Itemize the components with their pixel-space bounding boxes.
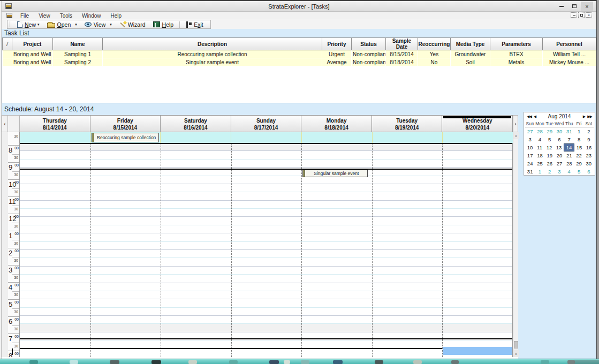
calendar-day[interactable]: 3	[555, 168, 564, 176]
calendar-day[interactable]: 11	[535, 143, 544, 151]
calendar-day[interactable]: 2	[584, 127, 594, 135]
taskbar-icon[interactable]	[284, 360, 290, 364]
taskbar-icon[interactable]	[541, 360, 549, 364]
taskbar-icon[interactable]	[110, 360, 119, 364]
toolbar-button-new[interactable]: New▾	[13, 20, 43, 28]
scroll-up-arrow[interactable]: ∧	[513, 132, 519, 139]
day-header-wednesday[interactable]: Wednesday8/20/2014	[442, 115, 513, 132]
mdi-close-button[interactable]: ×	[586, 12, 592, 18]
all-day-cell-tuesday[interactable]	[373, 132, 443, 143]
column-header-media-type[interactable]: Media Type	[451, 38, 490, 50]
calendar-day[interactable]: 17	[525, 151, 535, 160]
calendar-selected-day[interactable]: 14	[564, 143, 574, 151]
day-header-thursday[interactable]: Thursday8/14/2014	[20, 115, 90, 132]
toolbar-button-help[interactable]: Help	[149, 20, 178, 28]
taskbar-icon[interactable]	[567, 360, 575, 364]
minimize-button[interactable]	[555, 2, 567, 11]
calendar-day[interactable]: 25	[535, 160, 544, 168]
next-month-icon[interactable]: ▶	[582, 115, 586, 119]
calendar-day[interactable]: 2	[545, 168, 555, 176]
timed-event[interactable]: Singular sample event	[302, 170, 368, 177]
taskbar-icon[interactable]	[451, 360, 459, 364]
task-row[interactable]: Boring and Well ExamplesSampling 1Reoccu…	[3, 50, 596, 58]
all-day-cell-friday[interactable]: Reoccuring sample collection	[90, 132, 161, 143]
column-header-personnel[interactable]: Personnel	[543, 38, 596, 50]
calendar-day[interactable]: 21	[564, 151, 574, 160]
calendar-day[interactable]: 23	[584, 151, 594, 160]
day-header-saturday[interactable]: Saturday8/16/2014	[161, 115, 231, 132]
toolbar-button-exit[interactable]: Exit	[182, 20, 207, 28]
calendar-day[interactable]: 8	[574, 135, 583, 143]
schedule-grid[interactable]: Singular sample event	[20, 143, 513, 357]
menu-item-view[interactable]: View	[34, 13, 55, 19]
calendar-day[interactable]: 16	[584, 143, 594, 151]
restore-button[interactable]	[568, 2, 580, 11]
scrollbar-thumb[interactable]	[514, 341, 518, 348]
calendar-day[interactable]: 19	[545, 151, 555, 160]
calendar-day[interactable]: 29	[545, 127, 555, 135]
calendar-day[interactable]: 1	[535, 168, 544, 176]
calendar-day[interactable]: 3	[525, 135, 535, 143]
calendar-day[interactable]: 31	[525, 168, 535, 176]
toolbar-button-wizard[interactable]: Wizard	[116, 20, 149, 28]
taskbar-icon[interactable]	[29, 360, 38, 364]
column-header-parameters[interactable]: Parameters	[490, 38, 543, 50]
calendar-day[interactable]: 20	[555, 151, 564, 160]
next-day-button[interactable]: ›	[513, 115, 518, 132]
menu-item-window[interactable]: Window	[77, 13, 106, 19]
taskbar-icon[interactable]	[151, 360, 161, 364]
previous-day-button[interactable]: ‹	[2, 115, 8, 132]
previous-year-icon[interactable]: ◀◀	[526, 115, 533, 119]
all-day-cell-sunday[interactable]	[231, 132, 302, 143]
calendar-day[interactable]: 27	[555, 160, 564, 168]
calendar-day[interactable]: 9	[584, 135, 594, 143]
taskbar-icon[interactable]	[301, 360, 309, 364]
taskbar-icon[interactable]	[269, 360, 279, 364]
column-header-sample-date[interactable]: Sample Date	[386, 38, 418, 50]
all-day-cell-wednesday[interactable]	[443, 132, 513, 143]
dropdown-arrow-icon[interactable]: ▾	[37, 22, 40, 27]
calendar-day[interactable]: 18	[535, 151, 544, 160]
taskbar-icon[interactable]	[229, 360, 238, 364]
taskbar-icon[interactable]	[70, 360, 78, 364]
calendar-day[interactable]: 10	[525, 143, 535, 151]
next-year-icon[interactable]: ▶▶	[586, 115, 593, 119]
toolbar-button-view[interactable]: View▾	[81, 20, 116, 28]
calendar-day[interactable]: 22	[574, 151, 583, 160]
day-header-sunday[interactable]: Sunday8/17/2014	[231, 115, 302, 132]
calendar-day[interactable]: 12	[544, 143, 554, 151]
calendar-day[interactable]: 4	[535, 135, 544, 143]
menu-item-file[interactable]: File	[16, 13, 34, 19]
mdi-minimize-button[interactable]	[571, 12, 577, 18]
calendar-day[interactable]: 4	[564, 168, 574, 176]
menu-item-help[interactable]: Help	[106, 13, 127, 19]
calendar-day[interactable]: 7	[564, 135, 574, 143]
day-header-monday[interactable]: Monday8/18/2014	[301, 115, 372, 132]
day-header-friday[interactable]: Friday8/15/2014	[90, 115, 161, 132]
all-day-cell-saturday[interactable]	[161, 132, 231, 143]
close-button[interactable]: ×	[581, 2, 593, 11]
calendar-day[interactable]: 6	[555, 135, 564, 143]
taskbar-icon[interactable]	[188, 360, 197, 364]
scroll-down-arrow[interactable]: ∨	[513, 350, 519, 357]
taskbar-icon[interactable]	[413, 360, 422, 364]
calendar-day[interactable]: 26	[545, 160, 555, 168]
calendar-day[interactable]: 28	[535, 127, 544, 135]
toolbar-button-open[interactable]: Open▾	[43, 20, 81, 28]
all-day-cell-monday[interactable]	[302, 132, 373, 143]
calendar-day[interactable]: 1	[574, 127, 583, 135]
calendar-day[interactable]: 13	[554, 143, 564, 151]
day-header-tuesday[interactable]: Tuesday8/19/2014	[372, 115, 443, 132]
all-day-event[interactable]: Reoccuring sample collection	[92, 133, 160, 142]
column-header-reoccurring[interactable]: Reoccurring	[418, 38, 451, 50]
calendar-day[interactable]: 28	[564, 160, 574, 168]
calendar-day[interactable]: 15	[574, 143, 584, 151]
task-row[interactable]: Boring and Well ExamplesSampling 2Singul…	[3, 58, 596, 66]
selected-time-cell[interactable]	[443, 347, 512, 355]
dropdown-arrow-icon[interactable]: ▾	[110, 22, 112, 27]
calendar-day[interactable]: 6	[584, 168, 594, 176]
toolbar-grip[interactable]	[10, 21, 11, 27]
calendar-day[interactable]: 29	[574, 160, 583, 168]
calendar-day[interactable]: 30	[584, 160, 594, 168]
calendar-day[interactable]: 27	[525, 127, 535, 135]
